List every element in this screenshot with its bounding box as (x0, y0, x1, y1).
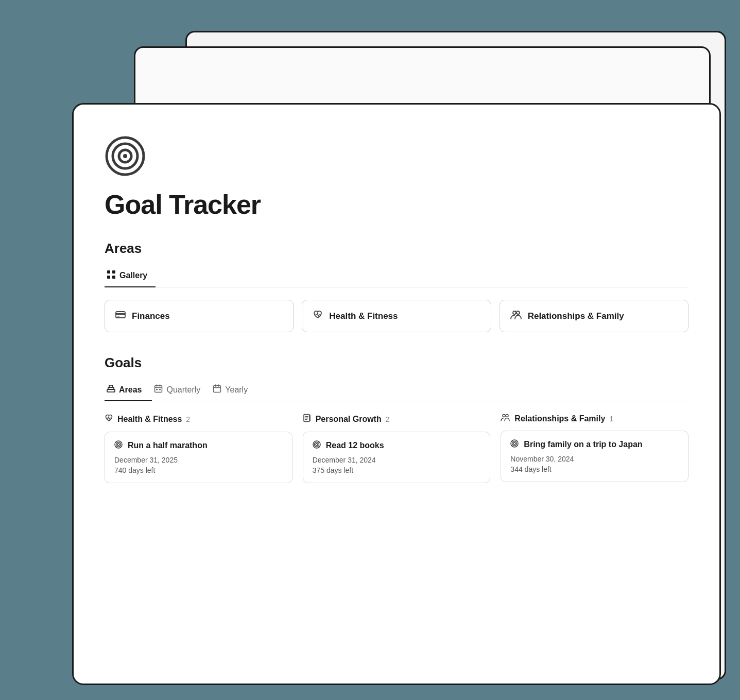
goal-card-run-marathon[interactable]: Run a half marathon December 31, 2025 74… (105, 432, 292, 483)
health-fitness-label: Health & Fitness (329, 311, 398, 321)
tab-gallery-label: Gallery (119, 271, 147, 280)
run-marathon-date: December 31, 2025 (114, 456, 283, 464)
svg-rect-5 (112, 270, 115, 274)
quarterly-tab-icon (154, 384, 163, 395)
read-books-days: 375 days left (313, 466, 481, 474)
svg-rect-7 (112, 276, 115, 279)
goal-card-japan-trip[interactable]: Bring family on a trip to Japan November… (501, 431, 689, 482)
personal-growth-column-title: Personal Growth 2 (303, 414, 390, 424)
finances-label: Finances (132, 311, 170, 321)
goal-target-icon-2 (313, 440, 321, 451)
svg-point-35 (503, 415, 505, 417)
japan-trip-title: Bring family on a trip to Japan (510, 439, 679, 450)
japan-trip-days: 344 days left (510, 465, 679, 473)
svg-rect-20 (159, 389, 161, 390)
svg-rect-21 (214, 386, 221, 392)
health-fitness-icon (313, 310, 323, 322)
goal-target-icon (114, 440, 123, 451)
svg-point-12 (517, 311, 520, 314)
tab-yearly-label: Yearly (225, 385, 248, 395)
svg-point-33 (314, 442, 319, 447)
tab-areas[interactable]: Areas (105, 379, 152, 401)
svg-point-36 (506, 415, 508, 417)
finances-icon (115, 310, 126, 322)
areas-tab-bar: Gallery (105, 265, 689, 287)
goal-target-icon-3 (510, 439, 519, 450)
relationships-column-title: Relationships & Family 1 (501, 414, 613, 423)
tab-quarterly-label: Quarterly (166, 385, 200, 395)
svg-point-38 (512, 441, 517, 446)
japan-trip-date: November 30, 2024 (510, 455, 679, 463)
svg-rect-6 (107, 276, 110, 279)
goals-section: Goals Areas (105, 355, 689, 483)
tab-areas-label: Areas (119, 385, 142, 395)
run-marathon-days: 740 days left (114, 466, 283, 474)
svg-point-26 (117, 443, 119, 446)
svg-rect-16 (155, 386, 162, 392)
read-books-date: December 31, 2024 (313, 456, 481, 464)
area-card-relationships-family[interactable]: Relationships & Family (500, 300, 689, 332)
goals-section-title: Goals (105, 355, 689, 371)
svg-point-11 (513, 311, 516, 314)
areas-section-title: Areas (105, 241, 689, 257)
page-icon (105, 135, 146, 177)
goal-card-read-books[interactable]: Read 12 books December 31, 2024 375 days… (303, 432, 491, 483)
run-marathon-title: Run a half marathon (114, 440, 283, 451)
relationships-col-icon (501, 414, 510, 423)
goals-column-personal-growth: Personal Growth 2 (303, 414, 491, 483)
svg-rect-19 (156, 389, 158, 390)
health-fitness-column-header: Health & Fitness 2 (105, 414, 292, 424)
health-fitness-col-icon (105, 414, 113, 424)
main-card: Goal Tracker Areas Gallery (72, 103, 721, 685)
svg-point-34 (316, 443, 318, 446)
relationships-column-header: Relationships & Family 1 (501, 414, 689, 423)
page-title: Goal Tracker (105, 189, 689, 220)
area-card-finances[interactable]: Finances (105, 300, 294, 332)
svg-point-3 (123, 154, 127, 158)
personal-growth-col-icon (303, 414, 312, 424)
read-books-title: Read 12 books (313, 440, 481, 451)
areas-section: Areas Gallery (105, 241, 689, 332)
goals-tab-bar: Areas Quarterly (105, 379, 689, 401)
tab-yearly[interactable]: Yearly (211, 379, 258, 401)
goals-column-relationships: Relationships & Family 1 (501, 414, 689, 483)
area-card-health-fitness[interactable]: Health & Fitness (302, 300, 491, 332)
svg-rect-9 (116, 313, 125, 315)
goals-columns: Health & Fitness 2 (105, 414, 689, 483)
svg-point-39 (513, 442, 515, 445)
svg-rect-4 (107, 270, 110, 274)
areas-tab-icon (107, 384, 115, 395)
tab-gallery[interactable]: Gallery (105, 265, 156, 287)
svg-rect-15 (109, 385, 113, 387)
yearly-tab-icon (213, 384, 221, 395)
svg-point-25 (116, 442, 121, 447)
areas-gallery-row: Finances Health & Fitness (105, 300, 689, 332)
relationships-family-label: Relationships & Family (528, 311, 624, 321)
goals-column-health-fitness: Health & Fitness 2 (105, 414, 292, 483)
relationships-icon (510, 310, 522, 322)
gallery-icon (107, 270, 116, 281)
health-fitness-column-title: Health & Fitness 2 (105, 414, 190, 424)
tab-quarterly[interactable]: Quarterly (152, 379, 211, 401)
personal-growth-column-header: Personal Growth 2 (303, 414, 491, 424)
svg-rect-10 (117, 316, 119, 317)
